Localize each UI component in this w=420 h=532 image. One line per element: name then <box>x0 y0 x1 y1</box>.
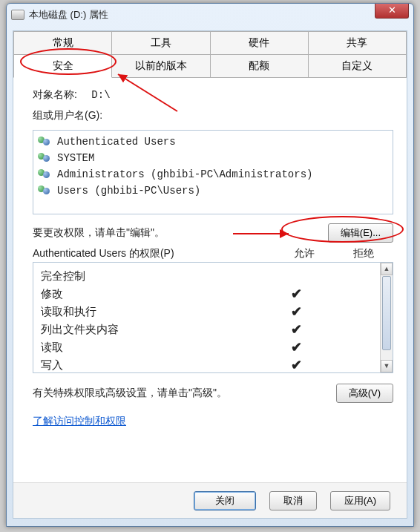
tab-row-1: 常规 工具 硬件 共享 <box>13 31 407 55</box>
cancel-button[interactable]: 取消 <box>269 491 317 510</box>
permissions-listbox: 完全控制修改✔读取和执行✔列出文件夹内容✔读取✔写入✔ ▲ ▼ <box>33 262 393 373</box>
scroll-down-icon[interactable]: ▼ <box>381 360 393 372</box>
permission-row: 写入✔ <box>41 356 385 373</box>
groups-label: 组或用户名(G): <box>33 109 393 122</box>
advanced-row: 有关特殊权限或高级设置，请单击"高级"。 高级(V) <box>33 384 393 403</box>
tab-sharing[interactable]: 共享 <box>309 31 407 55</box>
groups-listbox[interactable]: Authenticated Users SYSTEM Administrator… <box>33 130 393 214</box>
list-item[interactable]: Administrators (ghbibi-PC\Administrators… <box>38 166 388 183</box>
permission-row: 修改✔ <box>41 285 385 303</box>
advanced-hint: 有关特殊权限或高级设置，请单击"高级"。 <box>33 387 227 400</box>
permission-name: 列出文件夹内容 <box>41 323 266 337</box>
allow-mark: ✔ <box>266 321 326 338</box>
close-button[interactable]: ✕ <box>375 4 409 19</box>
scroll-up-icon[interactable]: ▲ <box>381 263 393 275</box>
learn-link[interactable]: 了解访问控制和权限 <box>33 415 126 428</box>
allow-mark: ✔ <box>266 303 326 320</box>
group-name: SYSTEM <box>57 152 94 164</box>
permission-row: 完全控制 <box>41 267 385 285</box>
scroll-thumb[interactable] <box>382 276 391 350</box>
allow-mark: ✔ <box>266 339 326 355</box>
tab-quota[interactable]: 配额 <box>211 55 309 78</box>
permission-name: 读取和执行 <box>41 305 266 319</box>
list-item[interactable]: Authenticated Users <box>38 134 388 150</box>
users-icon <box>38 135 53 148</box>
titlebar[interactable]: 本地磁盘 (D:) 属性 ✕ <box>7 4 413 26</box>
object-name-value: D:\ <box>91 89 110 101</box>
tab-row-2: 安全 以前的版本 配额 自定义 <box>13 55 407 78</box>
edit-row: 要更改权限，请单击"编辑"。 编辑(E)... <box>33 223 393 243</box>
tab-customize[interactable]: 自定义 <box>309 55 407 78</box>
tab-tools[interactable]: 工具 <box>112 31 210 55</box>
users-icon <box>38 184 53 197</box>
tab-security[interactable]: 安全 <box>13 55 112 78</box>
object-name-row: 对象名称: D:\ <box>33 88 393 102</box>
permission-name: 完全控制 <box>41 269 266 283</box>
object-name-label: 对象名称: <box>33 88 77 100</box>
edit-hint: 要更改权限，请单击"编辑"。 <box>33 226 165 240</box>
permission-name: 修改 <box>41 287 266 301</box>
group-name: Administrators (ghbibi-PC\Administrators… <box>57 168 312 180</box>
window-title: 本地磁盘 (D:) 属性 <box>29 8 108 22</box>
edit-button[interactable]: 编辑(E)... <box>328 223 393 243</box>
tab-hardware[interactable]: 硬件 <box>211 31 309 55</box>
deny-header: 拒绝 <box>334 247 393 260</box>
close-dialog-button[interactable]: 关闭 <box>194 491 256 510</box>
allow-mark: ✔ <box>266 357 326 373</box>
allow-header: 允许 <box>275 247 334 260</box>
tab-previous-versions[interactable]: 以前的版本 <box>112 55 210 78</box>
client-area: 常规 工具 硬件 共享 安全 以前的版本 配额 自定义 对象名称: D:\ 组或… <box>13 30 407 519</box>
advanced-button[interactable]: 高级(V) <box>336 384 393 403</box>
permission-row: 读取和执行✔ <box>41 303 385 321</box>
scrollbar[interactable]: ▲ ▼ <box>380 263 393 372</box>
permission-name: 读取 <box>41 341 266 355</box>
permissions-for-label: Authenticated Users 的权限(P) <box>33 247 275 260</box>
allow-mark: ✔ <box>266 286 326 302</box>
list-item[interactable]: Users (ghbibi-PC\Users) <box>38 183 388 199</box>
permission-name: 写入 <box>41 358 266 372</box>
properties-window: 本地磁盘 (D:) 属性 ✕ 常规 工具 硬件 共享 安全 以前的版本 配额 自… <box>6 3 414 527</box>
dialog-footer: 关闭 取消 应用(A) <box>13 482 407 518</box>
permission-row: 列出文件夹内容✔ <box>41 321 385 338</box>
group-name: Users (ghbibi-PC\Users) <box>57 185 200 197</box>
group-name: Authenticated Users <box>57 136 176 148</box>
tab-general[interactable]: 常规 <box>13 31 112 55</box>
apply-button[interactable]: 应用(A) <box>330 491 390 510</box>
users-icon <box>38 151 53 165</box>
permission-row: 读取✔ <box>41 338 385 356</box>
list-item[interactable]: SYSTEM <box>38 150 388 166</box>
users-icon <box>38 168 53 181</box>
disk-icon <box>11 10 24 20</box>
permissions-header: Authenticated Users 的权限(P) 允许 拒绝 <box>33 247 393 260</box>
security-panel: 对象名称: D:\ 组或用户名(G): Authenticated Users … <box>13 78 407 436</box>
